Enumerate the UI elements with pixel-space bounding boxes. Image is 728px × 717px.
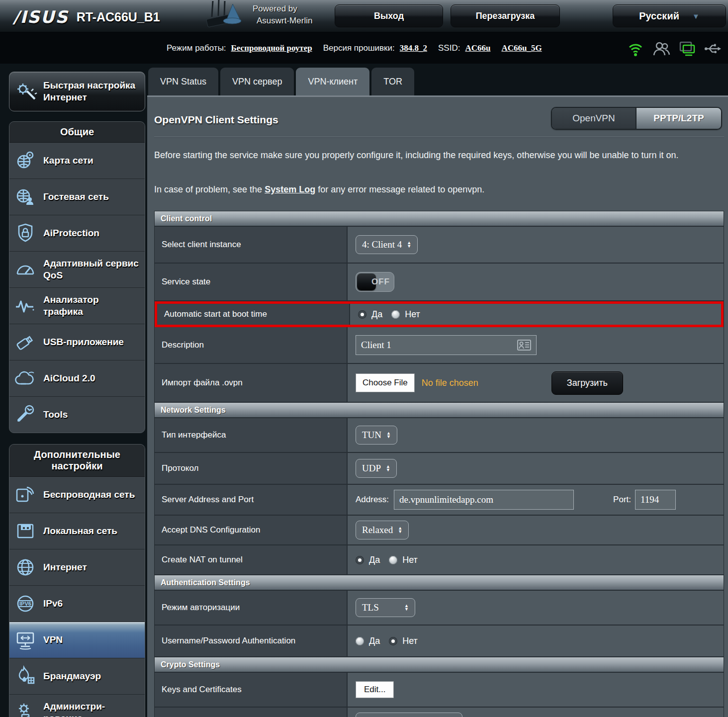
- row-service-state: Service state OFF: [155, 264, 724, 301]
- ssid-5g-link[interactable]: AC66u_5G: [501, 43, 542, 53]
- vpn-mode-switch: OpenVPN PPTP/L2TP: [551, 107, 722, 130]
- row-label: Service state: [155, 264, 348, 300]
- description-input[interactable]: Client 1: [356, 335, 537, 355]
- router-model: RT-AC66U_B1: [77, 10, 160, 24]
- sidebar-item-label: Адаптивный сервис QoS: [43, 258, 139, 281]
- aicloud-icon: [13, 366, 37, 390]
- section-network-settings: Network Settings: [155, 403, 724, 418]
- sidebar-item-vpn[interactable]: VPN: [9, 622, 145, 658]
- sidebar-item-administration[interactable]: Администри- рование: [9, 695, 145, 717]
- nat-radio-group: Да Нет: [356, 555, 422, 565]
- sidebar-item-guest-network[interactable]: Гостевая сеть: [9, 179, 145, 215]
- protocol-select[interactable]: UDP ▲▼: [356, 459, 397, 478]
- select-arrows-icon: ▲▼: [386, 465, 390, 472]
- sidebar-item-wireless[interactable]: Беспроводная сеть: [9, 477, 145, 513]
- nat-yes-radio[interactable]: [356, 556, 364, 564]
- tab-vpn-server[interactable]: VPN сервер: [220, 68, 294, 95]
- client-instance-select[interactable]: 4: Client 4 ▲▼: [356, 235, 418, 254]
- operation-mode-link[interactable]: Беспроводной роутер: [231, 43, 312, 53]
- sidebar-item-ipv6[interactable]: IPV6 IPv6: [9, 586, 145, 622]
- sidebar-item-network-map[interactable]: Карта сети: [9, 143, 145, 179]
- row-cipher-negotiation: Cipher Negotiation Enable (with fallback…: [155, 708, 724, 717]
- sidebar-item-label: Анализатор трафика: [43, 294, 99, 318]
- language-dropdown[interactable]: Русский ▼: [613, 4, 726, 27]
- firmware-version-link[interactable]: 384.8_2: [400, 43, 427, 53]
- section-authentication-settings: Authentication Settings: [155, 575, 724, 591]
- accept-dns-select[interactable]: Relaxed ▲▼: [356, 521, 409, 539]
- sidebar-item-label: Интернет: [43, 561, 87, 573]
- sidebar-item-aiprotection[interactable]: AiProtection: [9, 215, 145, 252]
- section-crypto-settings: Crypto Settings: [155, 657, 724, 673]
- chevron-down-icon: ▼: [692, 12, 700, 20]
- asus-logo: /ISUS: [13, 7, 69, 27]
- sidebar-item-qos[interactable]: Адаптивный сервис QoS: [9, 252, 145, 288]
- server-address-input[interactable]: de.vpnunlimitedapp.com: [394, 490, 574, 510]
- logout-button[interactable]: Выход: [335, 4, 443, 27]
- choose-file-button[interactable]: Choose File: [356, 373, 415, 392]
- pptp-l2tp-mode-button[interactable]: PPTP/L2TP: [637, 108, 721, 129]
- protocol-value: UDP: [362, 463, 381, 474]
- sidebar-item-quick-setup[interactable]: Быстрая настройка Интернет: [9, 72, 145, 111]
- devices-status-icon[interactable]: [678, 40, 696, 58]
- sidebar-item-firewall[interactable]: Брандмауэр: [9, 658, 145, 695]
- system-log-link[interactable]: System Log: [265, 184, 315, 194]
- sidebar-item-usb-application[interactable]: USB-приложение: [9, 324, 145, 360]
- svg-text:IPV6: IPV6: [19, 601, 31, 607]
- edit-keys-button[interactable]: Edit...: [356, 681, 394, 698]
- radio-no-label: Нет: [405, 309, 420, 320]
- tab-vpn-status[interactable]: VPN Status: [148, 68, 218, 95]
- openvpn-mode-button[interactable]: OpenVPN: [552, 108, 637, 129]
- wifi-status-icon[interactable]: [627, 40, 644, 58]
- settings-table: Client control Select client instance 4:…: [154, 211, 724, 717]
- userpass-no-radio[interactable]: [389, 637, 397, 645]
- section-client-control: Client control: [155, 211, 724, 227]
- intro2-before: In case of problem, see the: [154, 184, 265, 194]
- address-label: Address:: [356, 495, 389, 505]
- row-label: Username/Password Authentication: [155, 626, 348, 656]
- firmware-version-label: Версия прошивки:: [323, 43, 395, 53]
- sidebar-item-lan[interactable]: Локальная сеть: [9, 513, 145, 549]
- userpass-yes-radio[interactable]: [356, 637, 364, 645]
- ssid-24g-link[interactable]: AC66u: [465, 43, 490, 53]
- row-automatic-start: Automatic start at boot time Да Нет: [155, 301, 724, 327]
- tab-tor[interactable]: TOR: [371, 68, 414, 95]
- upload-button[interactable]: Загрузить: [551, 371, 623, 395]
- sidebar-item-label: Гостевая сеть: [43, 191, 109, 203]
- sidebar-item-label: VPN: [43, 634, 63, 646]
- openvpn-client-panel: OpenVPN Client Settings OpenVPN PPTP/L2T…: [147, 95, 728, 717]
- intro2-after: for any error message related to openvpn…: [315, 184, 484, 194]
- clients-status-icon[interactable]: [652, 40, 670, 58]
- sidebar-item-tools[interactable]: Tools: [9, 397, 145, 433]
- firewall-icon: [13, 664, 37, 688]
- auth-mode-select[interactable]: TLS ▲▼: [356, 598, 415, 617]
- service-state-toggle[interactable]: OFF: [356, 272, 394, 292]
- firmware-name: Asuswrt-Merlin: [253, 15, 312, 27]
- usb-status-icon[interactable]: [704, 40, 722, 58]
- reboot-button[interactable]: Перезагрузка: [451, 4, 560, 27]
- port-label: Port:: [613, 495, 631, 505]
- interface-type-select[interactable]: TUN ▲▼: [356, 426, 397, 445]
- sidebar-item-traffic-analyzer[interactable]: Анализатор трафика: [9, 288, 145, 324]
- select-arrows-icon: ▲▼: [386, 432, 391, 439]
- description-value: Client 1: [361, 340, 513, 351]
- tab-vpn-client[interactable]: VPN-клиент: [296, 68, 369, 95]
- nat-no-radio[interactable]: [389, 556, 397, 564]
- autostart-yes-radio[interactable]: [358, 310, 366, 319]
- ssid-label: SSID:: [438, 43, 460, 53]
- row-auth-mode: Режим авторизации TLS ▲▼: [155, 591, 724, 626]
- autostart-radio-group: Да Нет: [358, 309, 424, 320]
- intro-text: Before starting the service make sure yo…: [154, 147, 724, 164]
- sidebar-item-wan[interactable]: Интернет: [9, 549, 145, 586]
- autostart-no-radio[interactable]: [391, 310, 400, 319]
- row-label: Description: [155, 327, 348, 363]
- tools-icon: [13, 403, 37, 427]
- select-arrows-icon: ▲▼: [407, 241, 411, 248]
- cipher-negotiation-select[interactable]: Enable (with fallback) ▲▼: [356, 713, 462, 717]
- row-label: Create NAT on tunnel: [155, 545, 348, 574]
- sidebar-item-aicloud[interactable]: AiCloud 2.0: [9, 360, 145, 397]
- radio-yes-label: Да: [371, 309, 382, 320]
- row-label: Тип интерфейса: [155, 418, 348, 452]
- interface-type-value: TUN: [362, 430, 381, 441]
- row-label: Server Address and Port: [155, 485, 348, 515]
- server-port-input[interactable]: 1194: [635, 490, 676, 510]
